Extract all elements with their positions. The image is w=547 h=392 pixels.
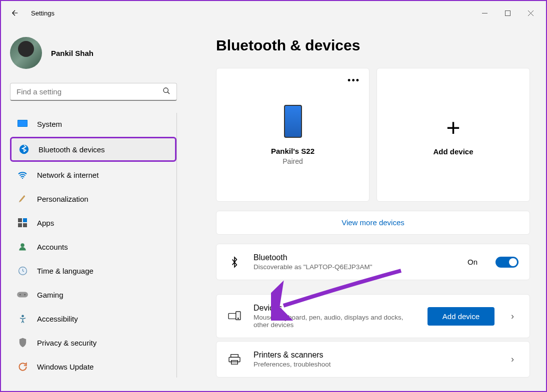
sidebar-item-gaming[interactable]: Gaming (10, 284, 176, 306)
sidebar-item-accessibility[interactable]: Accessibility (10, 308, 176, 330)
row-title: Devices (254, 304, 416, 313)
sidebar-item-update[interactable]: Windows Update (10, 356, 176, 378)
sidebar-item-label: Personalization (37, 195, 88, 203)
sidebar-item-label: Network & internet (37, 171, 98, 179)
sidebar-item-personalization[interactable]: Personalization (10, 188, 176, 210)
row-sub: Mouse, keyboard, pen, audio, displays an… (254, 314, 416, 329)
sidebar-item-label: Accounts (37, 243, 68, 251)
sidebar-item-time[interactable]: Time & language (10, 260, 176, 282)
username: Pankil Shah (51, 49, 94, 57)
update-icon (17, 361, 28, 372)
sidebar-item-accounts[interactable]: Accounts (10, 236, 176, 258)
app-title: Settings (31, 9, 54, 17)
svg-rect-12 (17, 292, 28, 298)
sidebar-item-label: Bluetooth & devices (38, 145, 105, 154)
toggle-state: On (468, 258, 478, 266)
search-box[interactable] (10, 83, 177, 101)
svg-rect-3 (18, 120, 27, 126)
avatar (10, 37, 42, 69)
view-more-devices[interactable]: View more devices (216, 211, 530, 235)
window-controls (473, 5, 542, 21)
add-device-button[interactable]: Add device (428, 307, 494, 326)
gamepad-icon (17, 289, 28, 300)
svg-rect-6 (18, 218, 22, 222)
row-sub: Preferences, troubleshoot (254, 361, 494, 368)
svg-point-13 (20, 294, 21, 295)
shield-icon (17, 337, 28, 348)
plus-icon: + (446, 114, 460, 141)
printers-row[interactable]: Printers & scanners Preferences, trouble… (216, 341, 530, 378)
sidebar-item-bluetooth[interactable]: Bluetooth & devices (10, 137, 176, 162)
view-more-link[interactable]: View more devices (342, 218, 404, 227)
sidebar-item-label: Apps (37, 219, 54, 227)
chevron-right-icon: › (506, 354, 518, 365)
bluetooth-toggle[interactable] (496, 257, 518, 268)
sidebar-item-label: Gaming (37, 291, 64, 299)
sidebar-item-label: Privacy & security (37, 339, 96, 347)
svg-point-15 (22, 315, 24, 317)
bluetooth-icon (18, 144, 30, 155)
maximize-button[interactable] (496, 5, 519, 21)
sidebar-item-network[interactable]: Network & internet (10, 164, 176, 186)
row-title: Bluetooth (254, 253, 456, 262)
sidebar-item-label: System (37, 120, 62, 128)
nav: System Bluetooth & devices Network & int… (10, 113, 177, 378)
printer-icon (228, 354, 242, 365)
svg-rect-9 (23, 223, 27, 227)
row-sub: Discoverable as "LAPTOP-Q6EJP3AM" (254, 263, 456, 271)
sidebar-item-label: Time & language (37, 267, 94, 275)
search-icon (162, 87, 170, 97)
back-button[interactable] (5, 3, 25, 23)
system-icon (17, 118, 28, 129)
phone-icon (284, 105, 302, 138)
svg-rect-7 (23, 218, 27, 222)
wifi-icon (17, 169, 28, 180)
svg-rect-8 (18, 223, 22, 227)
bluetooth-icon (228, 256, 242, 269)
chevron-right-icon: › (506, 311, 518, 322)
add-device-label: Add device (433, 147, 473, 156)
sidebar: Pankil Shah System Bluetooth & devices N… (1, 25, 186, 391)
svg-rect-20 (229, 357, 240, 362)
titlebar: Settings (1, 1, 546, 25)
svg-point-1 (164, 88, 168, 92)
sidebar-item-label: Windows Update (37, 363, 94, 371)
sidebar-item-privacy[interactable]: Privacy & security (10, 332, 176, 354)
apps-icon (17, 217, 28, 228)
device-name: Pankil's S22 (271, 147, 314, 155)
device-status: Paired (282, 157, 302, 165)
svg-point-10 (20, 243, 24, 247)
minimize-button[interactable] (473, 5, 496, 21)
svg-rect-19 (231, 354, 238, 357)
main-content: Bluetooth & devices ••• Pankil's S22 Pai… (186, 25, 546, 391)
svg-rect-0 (505, 10, 510, 15)
add-device-card[interactable]: + Add device (376, 68, 530, 202)
close-button[interactable] (519, 5, 542, 21)
brush-icon (17, 193, 28, 204)
row-title: Printers & scanners (254, 351, 494, 360)
devices-icon (228, 311, 242, 322)
bluetooth-row: Bluetooth Discoverable as "LAPTOP-Q6EJP3… (216, 244, 530, 280)
svg-point-18 (238, 318, 238, 319)
svg-point-14 (24, 294, 26, 295)
person-icon (17, 241, 28, 252)
paired-device-card[interactable]: ••• Pankil's S22 Paired (216, 68, 370, 202)
sidebar-item-system[interactable]: System (10, 113, 176, 135)
accessibility-icon (17, 313, 28, 324)
search-input[interactable] (16, 87, 162, 96)
devices-row[interactable]: Devices Mouse, keyboard, pen, audio, dis… (216, 294, 530, 338)
sidebar-item-label: Accessibility (37, 315, 78, 323)
more-icon[interactable]: ••• (348, 75, 360, 86)
sidebar-item-apps[interactable]: Apps (10, 212, 176, 234)
svg-rect-21 (232, 360, 238, 364)
clock-icon (17, 265, 28, 276)
profile[interactable]: Pankil Shah (10, 25, 177, 79)
svg-point-5 (22, 178, 23, 179)
page-title: Bluetooth & devices (216, 37, 530, 54)
